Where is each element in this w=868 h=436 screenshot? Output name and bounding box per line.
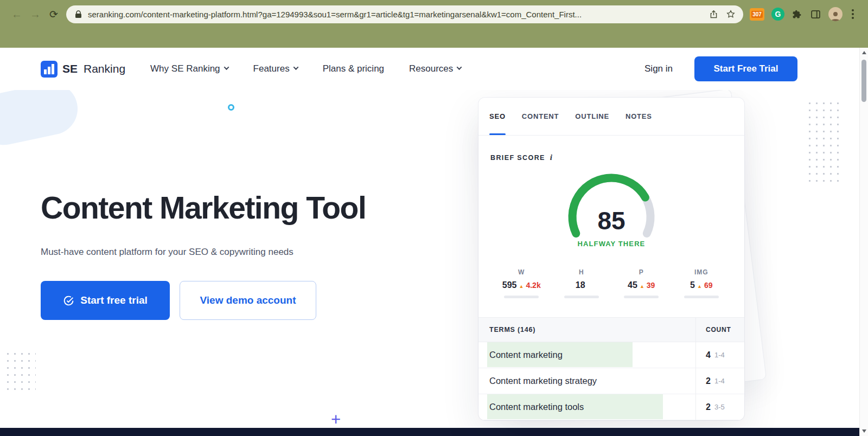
content-score-panel: SEO CONTENT OUTLINE NOTES BRIEF SCORE i … — [478, 98, 744, 420]
site-header: SERanking Why SE Ranking Features Plans … — [0, 48, 859, 90]
deco-dots-bottom-left — [4, 350, 36, 394]
caret-up-icon: ▲ — [697, 284, 702, 289]
share-icon[interactable] — [709, 10, 718, 19]
metric-bar — [684, 296, 719, 298]
profile-avatar[interactable] — [828, 7, 843, 21]
metrics-row: W 595▲4.2k H 18▲ P 45▲39 IMG 5▲69 — [492, 268, 731, 298]
url-text[interactable]: seranking.com/content-marketing-platform… — [88, 10, 701, 19]
check-circle-icon — [63, 295, 74, 306]
term-row[interactable]: Content marketing 41-4 — [478, 342, 744, 368]
panel-tabs: SEO CONTENT OUTLINE NOTES — [478, 98, 744, 136]
address-bar[interactable]: seranking.com/content-marketing-platform… — [66, 5, 743, 23]
metric-bar — [624, 296, 659, 298]
score-caption: HALFWAY THERE — [478, 240, 744, 248]
metric: H 18▲ — [552, 268, 612, 298]
term-row[interactable]: Content marketing tools 23-5 — [478, 394, 744, 420]
scroll-down-icon[interactable] — [862, 429, 866, 433]
page-title: Content Marketing Tool — [41, 190, 366, 226]
caret-up-icon: ▲ — [519, 284, 524, 289]
scroll-up-icon[interactable] — [862, 51, 866, 54]
side-panel-icon[interactable] — [810, 9, 821, 20]
nav-item[interactable]: Resources — [409, 63, 461, 74]
vertical-scrollbar[interactable] — [859, 48, 868, 436]
chevron-down-icon — [293, 65, 298, 70]
grammarly-icon[interactable]: G — [771, 8, 784, 21]
info-icon[interactable]: i — [550, 153, 553, 162]
metric: IMG 5▲69 — [672, 268, 732, 298]
next-section-edge — [0, 428, 859, 436]
scrollbar-thumb[interactable] — [861, 60, 866, 102]
metric-bar — [564, 296, 599, 298]
metric: P 45▲39 — [611, 268, 672, 298]
logo-barchart-icon — [41, 61, 58, 78]
view-demo-account-button[interactable]: View demo account — [180, 281, 316, 320]
hero-cta-group: Start free trial View demo account — [41, 281, 316, 320]
tab-outline[interactable]: OUTLINE — [575, 98, 609, 135]
deco-circle — [228, 104, 234, 111]
seranking-logo[interactable]: SERanking — [41, 61, 125, 78]
forward-icon[interactable]: → — [26, 5, 44, 23]
nav-item[interactable]: Features — [253, 63, 298, 74]
bookmark-star-icon[interactable] — [726, 9, 736, 19]
terms-table: Content marketing 41-4 Content marketing… — [478, 342, 744, 420]
brief-score-label: BRIEF SCORE i — [490, 153, 744, 162]
metric: W 595▲4.2k — [492, 268, 552, 298]
terms-header: TERMS (146) COUNT — [478, 317, 744, 342]
main-nav: Why SE Ranking Features Plans & pricing … — [150, 63, 461, 74]
chevron-down-icon — [457, 65, 462, 70]
extensions-puzzle-icon[interactable] — [792, 9, 803, 20]
start-free-trial-button-header[interactable]: Start Free Trial — [694, 56, 797, 81]
logo-text-se: SE — [62, 62, 78, 75]
browser-toolbar: ← → ⟳ seranking.com/content-marketing-pl… — [0, 0, 868, 48]
hero-subtitle: Must-have content platform for your SEO … — [41, 247, 293, 258]
page-content: + SERanking Why SE Ranking Features Plan… — [0, 48, 859, 436]
tab-notes[interactable]: NOTES — [626, 98, 652, 135]
extension-badge-count: 307 — [751, 11, 763, 18]
nav-item[interactable]: Why SE Ranking — [150, 63, 228, 74]
start-free-trial-button[interactable]: Start free trial — [41, 281, 170, 320]
plus-cursor-icon: + — [331, 410, 341, 429]
term-row[interactable]: Content marketing strategy 21-4 — [478, 368, 744, 394]
tab-seo[interactable]: SEO — [489, 98, 506, 135]
caret-up-icon: ▲ — [640, 284, 644, 289]
extension-badge-icon[interactable]: 307 — [750, 8, 764, 21]
score-value: 85 — [478, 206, 744, 235]
reload-icon[interactable]: ⟳ — [44, 5, 63, 23]
chrome-menu-icon[interactable] — [850, 9, 856, 19]
metric-bar — [504, 296, 539, 298]
sign-in-link[interactable]: Sign in — [644, 63, 673, 74]
deco-dots-top-right — [806, 100, 840, 182]
terms-header-label: TERMS (146) — [478, 318, 695, 342]
back-icon[interactable]: ← — [8, 5, 26, 23]
lock-icon — [75, 10, 82, 18]
chevron-down-icon — [224, 65, 229, 70]
tab-content[interactable]: CONTENT — [522, 98, 559, 135]
count-header-label: COUNT — [695, 318, 744, 342]
nav-item[interactable]: Plans & pricing — [323, 63, 384, 74]
logo-text-ranking: Ranking — [84, 62, 125, 75]
